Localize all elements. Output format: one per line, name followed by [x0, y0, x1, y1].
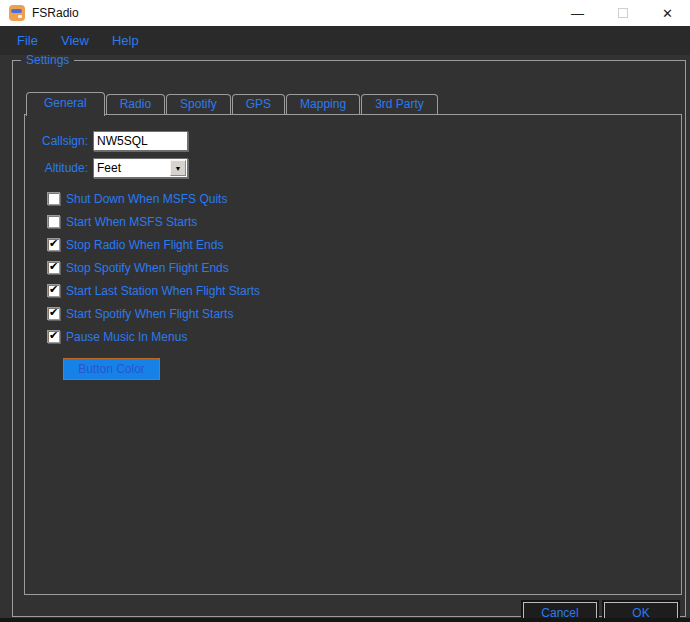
checkbox-label[interactable]: Start Spotify When Flight Starts — [66, 307, 233, 321]
settings-groupbox: Settings General Radio Spotify GPS Mappi… — [12, 53, 686, 617]
settings-tabstrip: General Radio Spotify GPS Mapping 3rd Pa… — [26, 92, 439, 116]
maximize-button[interactable] — [600, 0, 645, 26]
callsign-input[interactable] — [93, 131, 188, 151]
altitude-dropdown-value: Feet — [94, 161, 170, 175]
tab-3rd-party[interactable]: 3rd Party — [361, 94, 438, 114]
radio-icon-dot — [18, 15, 22, 18]
checkbox-row-pause-music-in-menus: Pause Music In Menus — [47, 329, 187, 344]
menu-view[interactable]: View — [61, 33, 89, 48]
minimize-icon: — — [571, 6, 584, 21]
fsradio-window: FSRadio — ✕ File View Help Settings Gene… — [0, 0, 690, 622]
checkbox-label[interactable]: Pause Music In Menus — [66, 330, 187, 344]
checkbox-row-shutdown-when-msfs-quits: Shut Down When MSFS Quits — [47, 191, 227, 206]
tab-mapping[interactable]: Mapping — [286, 94, 360, 114]
close-icon: ✕ — [662, 6, 673, 21]
minimize-button[interactable]: — — [555, 0, 600, 26]
checkbox-row-start-when-msfs-starts: Start When MSFS Starts — [47, 214, 197, 229]
button-color-button[interactable]: Button Color — [63, 358, 160, 380]
checkbox-stop-radio-when-flight-ends[interactable] — [47, 238, 60, 251]
checkbox-row-start-spotify-when-flight-starts: Start Spotify When Flight Starts — [47, 306, 233, 321]
maximize-icon — [618, 8, 628, 18]
checkbox-start-last-station-when-flight-starts[interactable] — [47, 284, 60, 297]
tab-spotify[interactable]: Spotify — [166, 94, 231, 114]
checkbox-start-when-msfs-starts[interactable] — [47, 215, 60, 228]
settings-group-label: Settings — [21, 53, 74, 67]
chevron-down-icon[interactable]: ▼ — [170, 160, 186, 176]
checkbox-label[interactable]: Stop Spotify When Flight Ends — [66, 261, 229, 275]
menubar: File View Help — [0, 26, 690, 55]
checkbox-shutdown-when-msfs-quits[interactable] — [47, 192, 60, 205]
callsign-label: Callsign: — [25, 131, 88, 151]
titlebar: FSRadio — ✕ — [0, 0, 690, 26]
checkbox-row-stop-spotify-when-flight-ends: Stop Spotify When Flight Ends — [47, 260, 229, 275]
checkbox-pause-music-in-menus[interactable] — [47, 330, 60, 343]
window-bottom-edge — [0, 618, 690, 622]
checkbox-label[interactable]: Start Last Station When Flight Starts — [66, 284, 260, 298]
checkbox-label[interactable]: Start When MSFS Starts — [66, 215, 197, 229]
checkbox-start-spotify-when-flight-starts[interactable] — [47, 307, 60, 320]
checkbox-row-start-last-station-when-flight-starts: Start Last Station When Flight Starts — [47, 283, 260, 298]
menu-file[interactable]: File — [17, 33, 38, 48]
checkbox-stop-spotify-when-flight-ends[interactable] — [47, 261, 60, 274]
checkbox-label[interactable]: Shut Down When MSFS Quits — [66, 192, 227, 206]
altitude-dropdown[interactable]: Feet ▼ — [93, 158, 188, 178]
window-title: FSRadio — [32, 6, 79, 20]
checkbox-row-stop-radio-when-flight-ends: Stop Radio When Flight Ends — [47, 237, 223, 252]
tab-gps[interactable]: GPS — [232, 94, 285, 114]
menu-help[interactable]: Help — [112, 33, 139, 48]
dropdown-arrow-glyph: ▼ — [175, 165, 182, 172]
checkbox-label[interactable]: Stop Radio When Flight Ends — [66, 238, 223, 252]
tab-general[interactable]: General — [26, 92, 105, 116]
tab-radio[interactable]: Radio — [106, 94, 165, 114]
general-tab-panel: Callsign: Altitude: Feet ▼ Shut Down Whe… — [24, 114, 682, 595]
radio-icon-band — [11, 9, 22, 13]
close-button[interactable]: ✕ — [645, 0, 690, 26]
radio-app-icon — [9, 5, 25, 21]
altitude-label: Altitude: — [25, 158, 88, 178]
